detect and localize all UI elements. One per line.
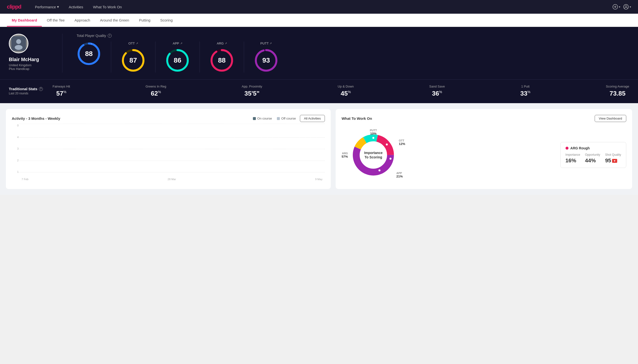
on-course-dot (253, 117, 256, 120)
empty-bar-8 (223, 173, 247, 173)
tab-around-the-green[interactable]: Around the Green (95, 14, 134, 27)
stat-up-and-down-value: 45% (338, 90, 354, 97)
stats-sublabel: Last 20 rounds (9, 92, 43, 95)
nav-right-actions: ▾ ▾ (612, 4, 631, 10)
tab-approach[interactable]: Approach (70, 14, 95, 27)
svg-point-6 (16, 39, 21, 44)
grid-line-0: 0 (19, 124, 325, 127)
user-menu[interactable]: ▾ (623, 4, 631, 10)
bar-group-8 (223, 173, 247, 173)
svg-point-4 (625, 6, 627, 7)
detail-category-dot (565, 147, 568, 150)
stat-app-proximity-value: 35'5" (242, 90, 262, 97)
app-score: 86 (173, 56, 181, 64)
detail-importance: Importance 16% (565, 153, 580, 164)
shot-quality-badge: ▼ (612, 159, 617, 163)
add-button[interactable]: ▾ (612, 4, 620, 10)
donut-center: Importance To Scoring (364, 150, 382, 160)
detail-metrics: Importance 16% Opportunity 44% Shot Qual… (565, 153, 621, 164)
nav-links: Performance ▾ Activities What To Work On (31, 3, 612, 11)
player-country: United Kingdom (9, 63, 39, 67)
shot-quality-label: Shot Quality (605, 153, 621, 156)
arg-label: ARG ↗ (217, 42, 227, 45)
chevron-down-icon: ▾ (57, 5, 59, 9)
ott-score: 87 (129, 56, 137, 64)
stat-up-and-down-label: Up & Down (338, 84, 354, 88)
scores-grid: 88 OTT ↗ 87 (77, 42, 629, 72)
ott-label: OTT ↗ (129, 42, 138, 45)
what-to-work-on-header: What To Work On View Dashboard (341, 115, 626, 122)
nav-what-to-work-on[interactable]: What To Work On (89, 3, 126, 11)
what-to-work-on-panel: What To Work On View Dashboard (336, 109, 632, 189)
dashboard-header: Blair McHarg United Kingdom Plus Handica… (0, 27, 638, 80)
stat-scoring-average: Scoring Average 73.85 (606, 84, 629, 97)
ott-circle: 87 (121, 48, 145, 72)
stat-fairways-hit-label: Fairways Hit (53, 84, 70, 88)
legend-off-course: Off course (277, 116, 296, 120)
svg-point-25 (389, 158, 391, 160)
bar-group-3 (97, 173, 121, 173)
shot-quality-value: 95▼ (605, 158, 621, 164)
scores-section: Total Player Quality ? 88 (72, 34, 629, 72)
x-label-28mar: 28 Mar (168, 178, 176, 181)
tab-scoring[interactable]: Scoring (155, 14, 177, 27)
scores-title: Total Player Quality ? (77, 34, 629, 38)
app-trend-icon: ↗ (180, 42, 182, 45)
add-icon-arrow: ▾ (619, 6, 620, 8)
app-logo[interactable]: clippd (7, 4, 21, 10)
user-menu-arrow: ▾ (630, 6, 631, 8)
ott-trend-icon: ↗ (136, 42, 138, 45)
info-icon[interactable]: ? (108, 34, 112, 38)
stat-1-putt-value: 33% (520, 90, 530, 97)
stat-sand-save-value: 36% (429, 90, 445, 97)
segment-label-putt: ARG 57% (341, 152, 348, 158)
importance-label: Importance (565, 153, 580, 156)
activity-chart-panel: Activity - 3 Months - Weekly On course O… (6, 109, 331, 189)
nav-performance[interactable]: Performance ▾ (31, 3, 63, 11)
bars-container (19, 127, 325, 173)
empty-bar-3 (97, 173, 121, 173)
svg-point-23 (372, 137, 374, 139)
score-arg: ARG ↗ 88 (200, 42, 244, 72)
tabs-bar: My Dashboard Off the Tee Approach Around… (0, 14, 638, 27)
stat-greens-in-reg-value: 62% (145, 90, 166, 97)
opportunity-value: 44% (585, 158, 600, 164)
score-app: APP ↗ 86 (155, 42, 200, 72)
nav-activities[interactable]: Activities (65, 3, 87, 11)
traditional-stats-bar: Traditional Stats ? Last 20 rounds Fairw… (0, 80, 638, 103)
legend-on-course: On course (253, 116, 272, 120)
stat-fairways-hit: Fairways Hit 57% (53, 84, 70, 97)
stats-label: Traditional Stats ? (9, 87, 43, 91)
opportunity-label: Opportunity (585, 153, 600, 156)
tab-off-the-tee[interactable]: Off the Tee (42, 14, 70, 27)
all-activities-button[interactable]: All Activities (300, 115, 325, 122)
player-avatar (9, 34, 28, 53)
view-dashboard-button[interactable]: View Dashboard (595, 115, 626, 122)
putt-score: 93 (262, 56, 270, 64)
tab-putting[interactable]: Putting (134, 14, 155, 27)
stats-label-section: Traditional Stats ? Last 20 rounds (9, 87, 43, 95)
x-label-7feb: 7 Feb (22, 178, 28, 181)
bar-group-1 (47, 173, 71, 173)
stats-info-icon[interactable]: ? (39, 87, 43, 91)
x-axis: 7 Feb 28 Mar 9 May (19, 178, 325, 181)
arg-trend-icon: ↗ (225, 42, 227, 45)
detail-shot-quality: Shot Quality 95▼ (605, 153, 621, 164)
donut-section: Importance To Scoring PUTT 10% OTT 12% A… (341, 127, 626, 183)
overall-score: 88 (85, 50, 93, 58)
importance-value: 16% (565, 158, 580, 164)
tab-my-dashboard[interactable]: My Dashboard (7, 14, 42, 27)
activity-bar-chart: 4 3 2 1 0 7 Feb 28 Mar 9 May (12, 127, 325, 181)
detail-card: ARG Rough Importance 16% Opportunity 44%… (560, 142, 626, 168)
activity-chart-header: Activity - 3 Months - Weekly On course O… (12, 115, 325, 122)
donut-center-label: Importance To Scoring (364, 150, 382, 160)
detail-opportunity: Opportunity 44% (585, 153, 600, 164)
segment-label-app: OTT 12% (399, 139, 405, 146)
putt-label: PUTT ↗ (261, 42, 272, 45)
bar-group-2 (72, 173, 96, 173)
stat-scoring-average-label: Scoring Average (606, 84, 629, 88)
activity-chart-title: Activity - 3 Months - Weekly (12, 116, 60, 120)
svg-point-24 (386, 144, 388, 146)
stats-items: Fairways Hit 57% Greens In Reg 62% App. … (53, 84, 629, 97)
score-overall: 88 (77, 42, 111, 72)
